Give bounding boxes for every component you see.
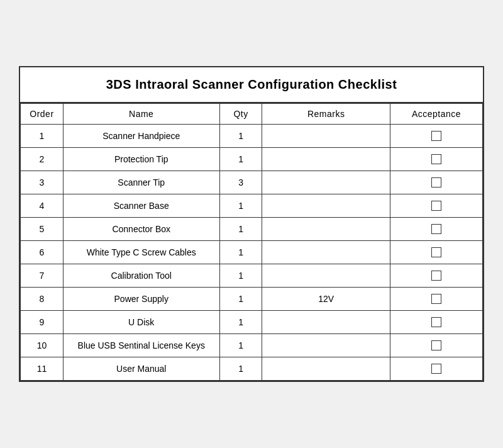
cell-qty: 1 [219,148,262,171]
header-name: Name [63,104,219,125]
header-acceptance: Acceptance [390,104,482,125]
checklist-table: Order Name Qty Remarks Acceptance 1Scann… [20,103,483,381]
cell-order: 6 [21,241,64,264]
cell-order: 7 [21,264,64,288]
cell-acceptance[interactable] [390,288,482,311]
cell-order: 9 [21,311,64,334]
cell-acceptance[interactable] [390,125,482,148]
acceptance-checkbox[interactable] [431,247,441,257]
table-row: 10Blue USB Sentinal License Keys1 [21,334,483,357]
cell-acceptance[interactable] [390,218,482,241]
acceptance-checkbox[interactable] [431,224,441,234]
cell-name: Blue USB Sentinal License Keys [63,334,219,357]
cell-name: User Manual [63,357,219,381]
checklist-title: 3DS Intraoral Scanner Configuration Chec… [20,67,483,103]
acceptance-checkbox[interactable] [431,317,441,327]
table-row: 2Protection Tip1 [21,148,483,171]
cell-remarks [262,171,390,194]
cell-name: Power Supply [63,288,219,311]
cell-name: Scanner Tip [63,171,219,194]
cell-qty: 1 [219,334,262,357]
cell-name: Calibration Tool [63,264,219,288]
table-row: 11User Manual1 [21,357,483,381]
cell-order: 5 [21,218,64,241]
header-qty: Qty [219,104,262,125]
table-row: 4Scanner Base1 [21,194,483,218]
acceptance-checkbox[interactable] [431,201,441,211]
cell-order: 4 [21,194,64,218]
table-row: 8Power Supply112V [21,288,483,311]
acceptance-checkbox[interactable] [431,177,441,188]
cell-qty: 1 [219,264,262,288]
cell-name: Connector Box [63,218,219,241]
cell-order: 1 [21,125,64,148]
cell-remarks: 12V [262,288,390,311]
cell-name: White Type C Screw Cables [63,241,219,264]
cell-remarks [262,334,390,357]
table-row: 5Connector Box1 [21,218,483,241]
cell-acceptance[interactable] [390,311,482,334]
acceptance-checkbox[interactable] [431,294,441,304]
acceptance-checkbox[interactable] [431,271,441,281]
table-row: 1Scanner Handpiece1 [21,125,483,148]
cell-order: 10 [21,334,64,357]
cell-acceptance[interactable] [390,171,482,194]
header-remarks: Remarks [262,104,390,125]
cell-remarks [262,194,390,218]
cell-remarks [262,311,390,334]
cell-qty: 1 [219,218,262,241]
cell-qty: 1 [219,357,262,381]
acceptance-checkbox[interactable] [431,131,441,141]
cell-qty: 1 [219,311,262,334]
cell-name: Protection Tip [63,148,219,171]
cell-remarks [262,148,390,171]
cell-order: 11 [21,357,64,381]
cell-acceptance[interactable] [390,357,482,381]
table-row: 9U Disk1 [21,311,483,334]
cell-remarks [262,125,390,148]
cell-order: 3 [21,171,64,194]
cell-qty: 1 [219,241,262,264]
cell-order: 8 [21,288,64,311]
cell-qty: 1 [219,125,262,148]
table-header-row: Order Name Qty Remarks Acceptance [21,104,483,125]
table-row: 7Calibration Tool1 [21,264,483,288]
cell-qty: 1 [219,194,262,218]
cell-acceptance[interactable] [390,241,482,264]
table-row: 3Scanner Tip3 [21,171,483,194]
cell-order: 2 [21,148,64,171]
cell-name: Scanner Base [63,194,219,218]
acceptance-checkbox[interactable] [431,364,441,374]
cell-acceptance[interactable] [390,334,482,357]
cell-qty: 1 [219,288,262,311]
cell-remarks [262,357,390,381]
cell-acceptance[interactable] [390,194,482,218]
cell-acceptance[interactable] [390,148,482,171]
cell-remarks [262,218,390,241]
cell-name: U Disk [63,311,219,334]
cell-qty: 3 [219,171,262,194]
cell-remarks [262,241,390,264]
header-order: Order [21,104,64,125]
cell-acceptance[interactable] [390,264,482,288]
checklist-container: 3DS Intraoral Scanner Configuration Chec… [19,66,484,382]
cell-name: Scanner Handpiece [63,125,219,148]
cell-remarks [262,264,390,288]
acceptance-checkbox[interactable] [431,340,441,350]
table-row: 6White Type C Screw Cables1 [21,241,483,264]
acceptance-checkbox[interactable] [431,154,441,164]
